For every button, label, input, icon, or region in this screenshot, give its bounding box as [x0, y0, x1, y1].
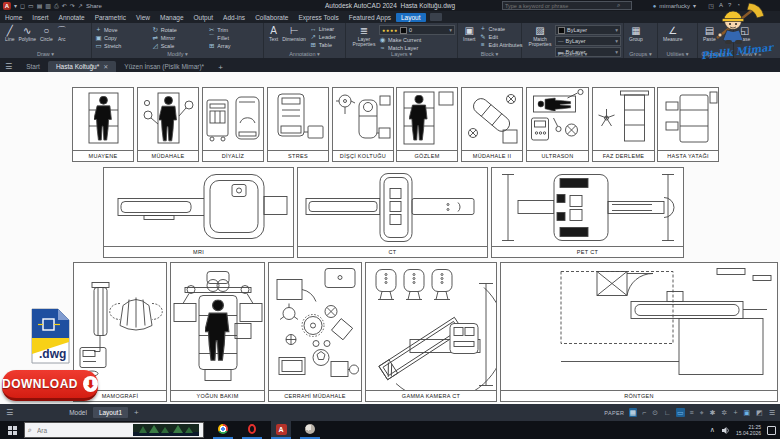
layer-dropdown[interactable]: ●●●● 0 ▾: [379, 25, 455, 35]
tab-annotate[interactable]: Annotate: [54, 13, 90, 22]
move-button[interactable]: +Move: [95, 26, 148, 33]
file-tabs-menu-icon[interactable]: ☰: [5, 62, 12, 71]
edit-attributes-button[interactable]: ≡Edit Attributes: [480, 41, 523, 48]
arc-button[interactable]: ⌒Arc: [55, 25, 69, 42]
ribbon-display-toggle[interactable]: [430, 13, 442, 21]
speaker-icon[interactable]: [721, 426, 730, 435]
start-button[interactable]: [0, 421, 24, 439]
edit-block-button[interactable]: ✎Edit: [480, 33, 523, 40]
snap-mode-icon[interactable]: ⌐: [641, 408, 647, 417]
signed-in-user[interactable]: mimarfucky: [659, 3, 690, 9]
copy-button[interactable]: ▣Copy: [95, 34, 148, 41]
autocad-menu-icon[interactable]: A: [3, 2, 11, 10]
stretch-button[interactable]: ▭Stretch: [95, 42, 148, 49]
tab-manage[interactable]: Manage: [155, 13, 189, 22]
chrome-taskbar-icon[interactable]: [213, 421, 233, 439]
search-highlight-image[interactable]: [133, 424, 199, 436]
drawing-stres[interactable]: STRES: [267, 87, 329, 162]
panel-block-title[interactable]: Block ▾: [458, 51, 521, 57]
scale-button[interactable]: ◿Scale: [152, 42, 205, 49]
polyline-button[interactable]: ∿Polyline: [16, 25, 38, 42]
download-button[interactable]: DOWNLOAD ⬇: [2, 370, 98, 401]
redo-icon[interactable]: ↷: [70, 2, 75, 10]
panel-properties-title[interactable]: Properties ▾: [522, 51, 623, 57]
new-layout-button[interactable]: +: [134, 408, 139, 417]
create-block-button[interactable]: +Create: [480, 25, 523, 32]
workspace-gear-icon[interactable]: ✲: [721, 408, 729, 417]
user-icon[interactable]: ●: [653, 3, 657, 9]
action-center-icon[interactable]: [767, 426, 776, 435]
search-icon[interactable]: ⌕: [617, 2, 620, 9]
help-search-box[interactable]: ⌕: [502, 1, 632, 10]
layer-properties-button[interactable]: ≣Layer Properties: [349, 25, 379, 47]
drawing-rontgen[interactable]: RÖNTGEN: [500, 262, 778, 402]
insert-button[interactable]: ▣Insert: [461, 25, 478, 42]
help-search-input[interactable]: [503, 3, 617, 9]
save-icon[interactable]: ▤: [37, 2, 43, 10]
panel-layers-title[interactable]: Layers ▾: [346, 51, 457, 57]
object-snap-icon[interactable]: ▭: [676, 408, 685, 417]
opera-taskbar-icon[interactable]: [242, 421, 262, 439]
drawing-mudahale[interactable]: MÜDAHALE: [137, 87, 199, 162]
autocad-taskbar-icon[interactable]: A: [271, 421, 291, 439]
drawing-mri[interactable]: MRI: [103, 167, 294, 258]
tab-featured-apps[interactable]: Featured Apps: [344, 13, 396, 22]
circle-button[interactable]: ○Circle: [38, 25, 55, 42]
tab-collaborate[interactable]: Collaborate: [250, 13, 293, 22]
graphics-performance-icon[interactable]: ▣: [742, 408, 751, 417]
paper-space-label[interactable]: PAPER: [604, 410, 624, 416]
layout-tabs-menu-icon[interactable]: ☰: [6, 408, 13, 417]
save-as-icon[interactable]: ▥: [45, 2, 51, 10]
rotate-button[interactable]: ↻Rotate: [152, 26, 205, 33]
table-button[interactable]: ⊞Table: [310, 41, 336, 48]
close-tab-icon[interactable]: ✕: [103, 64, 108, 70]
linetype-dropdown[interactable]: —ByLayer▾: [555, 36, 621, 46]
panel-utilities-title[interactable]: Utilities ▾: [658, 51, 697, 57]
panel-groups-title[interactable]: Groups ▾: [624, 51, 657, 57]
drawing-yogun-bakim[interactable]: YOĞUN BAKIM: [170, 262, 265, 402]
dimension-button[interactable]: ⊢Dimension: [280, 25, 308, 42]
clock[interactable]: 21:25 15.04.2026: [736, 424, 761, 436]
panel-draw-title[interactable]: Draw ▾: [0, 51, 91, 57]
drawing-gamma-kamera-ct[interactable]: GAMMA KAMERA CT: [365, 262, 497, 402]
share-icon[interactable]: ↗: [78, 2, 83, 10]
mirror-button[interactable]: ⇌Mirror: [152, 34, 205, 41]
drawing-hasta-yatagi[interactable]: HASTA YATAĞI: [657, 87, 719, 162]
new-file-icon[interactable]: ◻: [20, 2, 25, 10]
annotation-scale-icon[interactable]: ✱: [709, 408, 717, 417]
tab-active-document[interactable]: Hasta Koltuğu*✕: [48, 61, 116, 72]
new-tab-button[interactable]: +: [218, 63, 223, 72]
customization-menu-icon[interactable]: ☰: [768, 408, 776, 417]
share-label[interactable]: Share: [86, 2, 102, 10]
taskbar-search[interactable]: ⌕: [24, 422, 204, 438]
text-button[interactable]: AText: [267, 25, 280, 42]
tab-home[interactable]: Home: [0, 13, 27, 22]
panel-annotation-title[interactable]: Annotation ▾: [264, 51, 345, 57]
drawing-ultrason[interactable]: ULTRASON: [526, 87, 589, 162]
tab-insert[interactable]: Insert: [27, 13, 53, 22]
app-taskbar-icon[interactable]: [300, 421, 320, 439]
clean-screen-icon[interactable]: ◩: [755, 408, 764, 417]
grid-icon[interactable]: ▦: [629, 408, 638, 417]
drawing-disci-koltugu[interactable]: DİŞÇİ KOLTUĞU: [332, 87, 394, 162]
layout1-tab[interactable]: Layout1: [93, 407, 128, 418]
group-button[interactable]: ▦Group: [627, 25, 645, 42]
model-tab[interactable]: Model: [63, 407, 93, 418]
dynamic-input-icon[interactable]: ⌖: [699, 408, 705, 417]
drawing-ct[interactable]: CT: [297, 167, 488, 258]
panel-modify-title[interactable]: Modify ▾: [92, 51, 263, 57]
lineweight-display-icon[interactable]: ≡: [689, 408, 695, 417]
layer-dropdown-arrow[interactable]: ▾: [449, 27, 452, 33]
make-current-button[interactable]: ◉Make Current: [379, 36, 455, 43]
tab-view[interactable]: View: [131, 13, 155, 22]
menu-dropdown-icon[interactable]: ▾: [14, 2, 17, 10]
match-layer-button[interactable]: ≈Match Layer: [379, 44, 455, 51]
taskbar-search-input[interactable]: [35, 426, 133, 435]
drawing-cerrahi-mudahale[interactable]: CERRAHİ MÜDAHALE: [268, 262, 362, 402]
tab-addins[interactable]: Add-ins: [218, 13, 250, 22]
line-button[interactable]: ╱Line: [3, 25, 16, 42]
leader-button[interactable]: ↗Leader: [310, 33, 336, 40]
drawing-faz-derleme[interactable]: FAZ DERLEME: [592, 87, 655, 162]
linear-button[interactable]: ↔Linear: [310, 25, 336, 32]
match-properties-button[interactable]: ▨Match Properties: [525, 25, 555, 47]
